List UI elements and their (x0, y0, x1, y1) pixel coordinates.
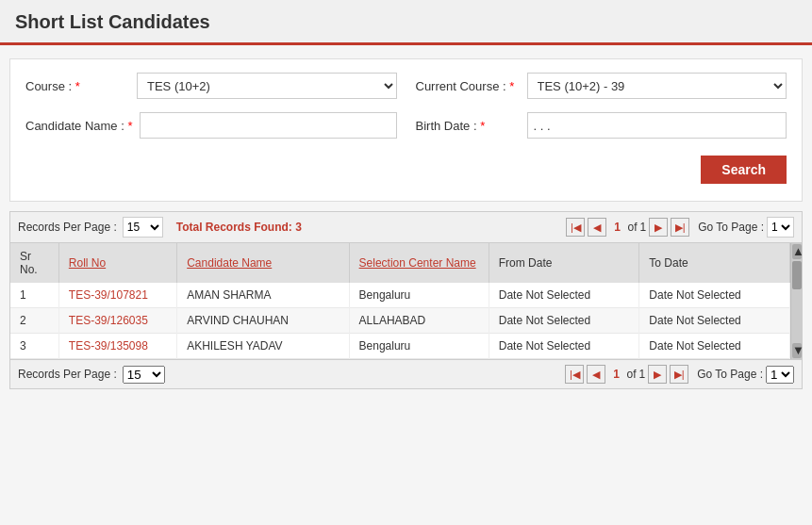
table-header-row: SrNo. Roll No Candidate Name Selection C… (10, 243, 790, 283)
col-center-link[interactable]: Selection Center Name (359, 256, 476, 270)
total-records: Total Records Found: 3 (176, 221, 302, 234)
form-section: Course : * TES (10+2) TES (10+1) TES (10… (9, 58, 803, 202)
cell-roll: TES-39/135098 (58, 334, 176, 359)
course-required: * (75, 79, 80, 93)
candidate-name-required: * (127, 119, 132, 133)
cell-from-date: Date Not Selected (489, 334, 639, 359)
scroll-thumb[interactable] (792, 261, 802, 289)
page-total-bottom: 1 (638, 368, 645, 381)
goto-label-top: Go To Page : (698, 221, 764, 234)
table-row: 1 TES-39/107821 AMAN SHARMA Bengaluru Da… (10, 283, 790, 308)
search-btn-row: Search (25, 152, 787, 186)
candidate-name-label: Candidate Name : * (25, 119, 132, 133)
nav-last-top[interactable]: ▶| (671, 218, 689, 237)
table-outer: SrNo. Roll No Candidate Name Selection C… (10, 243, 802, 359)
current-course-select[interactable]: TES (10+2) - 39 TES (10+2) - 38 (527, 73, 787, 99)
col-name-link[interactable]: Candidate Name (187, 256, 272, 270)
table-body: 1 TES-39/107821 AMAN SHARMA Bengaluru Da… (10, 283, 790, 359)
course-group: Course : * TES (10+2) TES (10+1) TES (10… (25, 73, 397, 99)
col-from-date: From Date (489, 243, 639, 283)
top-pagination-bar: Records Per Page : 15 25 50 100 Total Re… (10, 212, 802, 243)
records-per-page-select-top[interactable]: 15 25 50 100 (123, 217, 163, 238)
page-current-top: 1 (609, 221, 624, 234)
candidate-name-group: Candidate Name : * (25, 112, 397, 139)
roll-link[interactable]: TES-39/126035 (69, 314, 148, 327)
candidate-name-input[interactable] (140, 112, 396, 139)
cell-roll: TES-39/107821 (58, 283, 176, 308)
goto-label-bottom: Go To Page : (697, 368, 763, 381)
col-sr: SrNo. (10, 243, 58, 283)
page-total-top: 1 (639, 221, 646, 234)
cell-to-date: Date Not Selected (639, 308, 790, 334)
nav-next-top[interactable]: ▶ (649, 218, 668, 237)
cell-sr: 3 (10, 334, 58, 359)
table-row: 3 TES-39/135098 AKHILESH YADAV Bengaluru… (10, 334, 790, 359)
current-course-group: Current Course : * TES (10+2) - 39 TES (… (416, 73, 787, 99)
cell-from-date: Date Not Selected (489, 308, 639, 334)
col-roll: Roll No (58, 243, 176, 283)
cell-sr: 2 (10, 308, 58, 334)
birth-date-input[interactable] (527, 112, 787, 139)
goto-page-select-top[interactable]: 1 (767, 217, 794, 238)
table-row: 2 TES-39/126035 ARVIND CHAUHAN ALLAHABAD… (10, 308, 790, 334)
col-name: Candidate Name (177, 243, 349, 283)
form-row-1: Course : * TES (10+2) TES (10+1) TES (10… (25, 73, 787, 99)
cell-center: Bengaluru (349, 283, 489, 308)
col-center: Selection Center Name (349, 243, 489, 283)
goto-page-select-bottom[interactable]: 1 (766, 366, 794, 384)
cell-to-date: Date Not Selected (639, 334, 790, 359)
records-per-page-select-bottom[interactable]: 15 25 50 100 (123, 366, 165, 384)
table-wrapper: SrNo. Roll No Candidate Name Selection C… (10, 243, 790, 359)
form-row-2: Candidate Name : * Birth Date : * (25, 112, 787, 139)
course-label: Course : * (25, 79, 129, 93)
cell-to-date: Date Not Selected (639, 283, 790, 308)
cell-center: Bengaluru (349, 334, 489, 359)
search-button[interactable]: Search (701, 156, 787, 184)
birth-date-required: * (480, 119, 485, 133)
roll-link[interactable]: TES-39/135098 (69, 339, 148, 353)
page-title: Short List Candidates (15, 11, 210, 32)
table-section: Records Per Page : 15 25 50 100 Total Re… (9, 211, 803, 389)
of-label-top: of (627, 221, 637, 234)
col-roll-link[interactable]: Roll No (69, 256, 106, 270)
cell-from-date: Date Not Selected (489, 283, 639, 308)
cell-roll: TES-39/126035 (58, 308, 176, 334)
nav-first-top[interactable]: |◀ (566, 218, 585, 237)
top-pagination-nav: |◀ ◀ 1 of 1 ▶ ▶| Go To Page : 1 (566, 217, 794, 238)
records-per-page-label-bottom: Records Per Page : (18, 368, 117, 381)
nav-last-bottom[interactable]: ▶| (670, 365, 688, 384)
page-current-bottom: 1 (608, 368, 623, 381)
cell-center: ALLAHABAD (349, 308, 489, 334)
nav-prev-bottom[interactable]: ◀ (587, 365, 605, 384)
birth-date-label: Birth Date : * (416, 119, 520, 133)
current-course-required: * (509, 79, 514, 93)
page-header: Short List Candidates (0, 0, 812, 45)
roll-link[interactable]: TES-39/107821 (69, 288, 148, 302)
nav-prev-top[interactable]: ◀ (588, 218, 606, 237)
cell-sr: 1 (10, 283, 58, 308)
table-scrollbar[interactable]: ▲ ▼ (790, 243, 802, 359)
col-to-date: To Date (639, 243, 790, 283)
current-course-label: Current Course : * (416, 79, 520, 93)
candidates-table: SrNo. Roll No Candidate Name Selection C… (10, 243, 790, 359)
nav-next-bottom[interactable]: ▶ (648, 365, 667, 384)
cell-name: ARVIND CHAUHAN (177, 308, 349, 334)
cell-name: AKHILESH YADAV (177, 334, 349, 359)
scroll-up-arrow[interactable]: ▲ (792, 244, 802, 259)
birth-date-group: Birth Date : * (416, 112, 787, 139)
scroll-down-arrow[interactable]: ▼ (792, 343, 802, 358)
cell-name: AMAN SHARMA (177, 283, 349, 308)
records-per-page-label-top: Records Per Page : (18, 221, 117, 234)
bottom-pagination-bar: Records Per Page : 15 25 50 100 |◀ ◀ 1 o… (10, 359, 802, 388)
nav-first-bottom[interactable]: |◀ (565, 365, 584, 384)
bottom-pagination-nav: |◀ ◀ 1 of 1 ▶ ▶| Go To Page : 1 (565, 365, 794, 384)
course-select[interactable]: TES (10+2) TES (10+1) TES (10+3) (137, 73, 397, 99)
of-label-bottom: of (626, 368, 636, 381)
